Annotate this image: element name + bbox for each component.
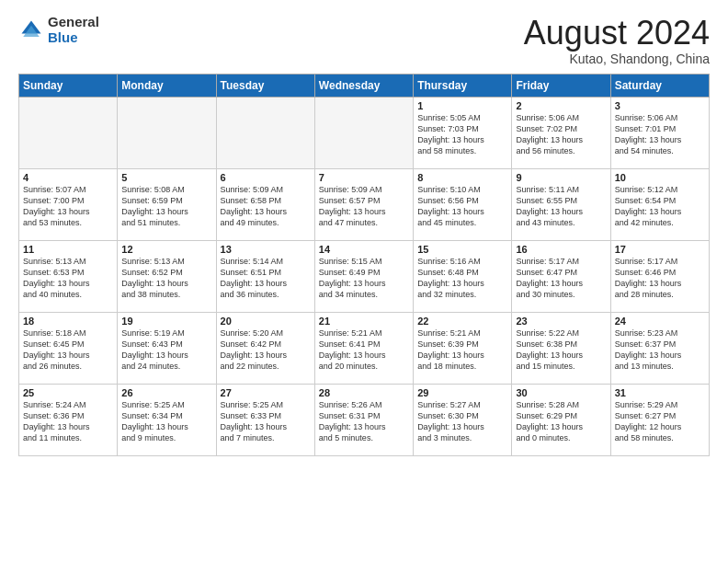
cell-line: and 3 minutes. [417, 433, 472, 442]
cell-line: Sunset: 6:39 PM [417, 339, 479, 349]
cell-line: Daylight: 13 hours [516, 279, 583, 288]
cell-line: Sunrise: 5:16 AM [417, 257, 481, 266]
cell-line: Sunset: 6:42 PM [221, 339, 282, 349]
cell-line: and 32 minutes. [417, 290, 476, 299]
cell-line: and 5 minutes. [319, 433, 373, 442]
cell-line: and 18 minutes. [417, 362, 476, 371]
table-row: 28Sunrise: 5:26 AMSunset: 6:31 PMDayligh… [314, 384, 413, 455]
cell-line: and 22 minutes. [221, 362, 279, 371]
cell-line: Sunset: 6:58 PM [221, 196, 282, 205]
cell-info: Sunrise: 5:13 AMSunset: 6:52 PMDaylight:… [121, 256, 211, 301]
table-row: 17Sunrise: 5:17 AMSunset: 6:46 PMDayligh… [610, 240, 709, 312]
cell-line: Daylight: 13 hours [615, 135, 682, 144]
day-number: 30 [516, 387, 606, 398]
day-number: 31 [615, 387, 705, 398]
table-row: 31Sunrise: 5:29 AMSunset: 6:27 PMDayligh… [610, 384, 709, 455]
cell-info: Sunrise: 5:27 AMSunset: 6:30 PMDaylight:… [417, 399, 507, 444]
cell-info: Sunrise: 5:08 AMSunset: 6:59 PMDaylight:… [121, 184, 211, 229]
cell-line: Sunrise: 5:13 AM [23, 257, 86, 266]
cell-line: Daylight: 13 hours [121, 422, 188, 431]
cell-line: and 13 minutes. [615, 362, 674, 371]
cell-line: Sunrise: 5:28 AM [516, 400, 579, 409]
day-number: 25 [23, 387, 113, 398]
header: General Blue August 2024 Kutao, Shandong… [18, 15, 710, 66]
cell-info: Sunrise: 5:15 AMSunset: 6:49 PMDaylight:… [319, 256, 409, 301]
table-row: 3Sunrise: 5:06 AMSunset: 7:01 PMDaylight… [610, 97, 709, 168]
cell-line: Sunset: 7:01 PM [615, 124, 677, 133]
cell-info: Sunrise: 5:29 AMSunset: 6:27 PMDaylight:… [615, 399, 705, 444]
cell-line: and 34 minutes. [319, 290, 378, 299]
day-number: 20 [221, 316, 311, 327]
cell-line: and 54 minutes. [615, 146, 674, 155]
cell-line: Sunset: 7:00 PM [23, 196, 85, 205]
cell-line: Sunrise: 5:09 AM [319, 185, 382, 194]
day-number: 15 [417, 244, 507, 255]
day-number: 1 [417, 100, 507, 111]
cell-line: and 51 minutes. [121, 218, 180, 227]
cell-info: Sunrise: 5:24 AMSunset: 6:36 PMDaylight:… [23, 399, 113, 444]
cell-line: and 26 minutes. [23, 362, 82, 371]
day-number: 3 [615, 100, 705, 111]
cell-line: Sunrise: 5:11 AM [516, 185, 579, 194]
header-thursday: Thursday [414, 74, 512, 97]
cell-line: Sunrise: 5:19 AM [121, 328, 185, 338]
cell-line: Daylight: 13 hours [121, 350, 188, 360]
cell-line: Daylight: 13 hours [23, 350, 90, 360]
header-monday: Monday [118, 74, 216, 97]
cell-info: Sunrise: 5:14 AMSunset: 6:51 PMDaylight:… [221, 256, 311, 301]
cell-line: Sunset: 6:33 PM [221, 411, 282, 420]
cell-line: Sunset: 6:56 PM [417, 196, 479, 205]
cell-info: Sunrise: 5:19 AMSunset: 6:43 PMDaylight:… [121, 327, 211, 373]
table-row [314, 97, 413, 168]
day-number: 6 [221, 172, 311, 183]
day-number: 13 [221, 244, 311, 255]
cell-info: Sunrise: 5:09 AMSunset: 6:57 PMDaylight:… [319, 184, 409, 229]
table-row [19, 97, 118, 168]
cell-info: Sunrise: 5:10 AMSunset: 6:56 PMDaylight:… [417, 184, 507, 229]
cell-line: Sunset: 6:46 PM [615, 268, 677, 277]
cell-line: Daylight: 13 hours [23, 422, 90, 431]
table-row: 25Sunrise: 5:24 AMSunset: 6:36 PMDayligh… [19, 384, 118, 455]
table-row: 20Sunrise: 5:20 AMSunset: 6:42 PMDayligh… [216, 312, 314, 384]
cell-line: Daylight: 12 hours [615, 422, 682, 431]
calendar-week-row: 1Sunrise: 5:05 AMSunset: 7:03 PMDaylight… [19, 97, 710, 168]
day-number: 19 [121, 316, 211, 327]
cell-line: Sunrise: 5:08 AM [121, 185, 185, 194]
table-row: 24Sunrise: 5:23 AMSunset: 6:37 PMDayligh… [610, 312, 709, 384]
table-row: 6Sunrise: 5:09 AMSunset: 6:58 PMDaylight… [216, 168, 314, 240]
cell-line: and 58 minutes. [615, 433, 674, 442]
cell-line: Sunrise: 5:27 AM [417, 400, 481, 409]
cell-info: Sunrise: 5:22 AMSunset: 6:38 PMDaylight:… [516, 327, 606, 373]
table-row: 29Sunrise: 5:27 AMSunset: 6:30 PMDayligh… [414, 384, 512, 455]
calendar-header-row: Sunday Monday Tuesday Wednesday Thursday… [19, 74, 710, 97]
cell-line: and 56 minutes. [516, 146, 574, 155]
cell-line: and 30 minutes. [516, 290, 574, 299]
cell-info: Sunrise: 5:18 AMSunset: 6:45 PMDaylight:… [23, 327, 113, 373]
day-number: 26 [121, 387, 211, 398]
cell-line: Daylight: 13 hours [516, 135, 583, 144]
cell-line: and 9 minutes. [121, 433, 176, 442]
cell-line: Sunrise: 5:24 AM [23, 400, 86, 409]
cell-line: Daylight: 13 hours [516, 207, 583, 216]
header-tuesday: Tuesday [216, 74, 314, 97]
cell-line: and 40 minutes. [23, 290, 82, 299]
cell-line: Sunset: 6:38 PM [516, 339, 577, 349]
location: Kutao, Shandong, China [524, 52, 710, 66]
cell-line: Sunset: 6:59 PM [121, 196, 183, 205]
cell-line: and 0 minutes. [516, 433, 570, 442]
cell-line: and 38 minutes. [121, 290, 180, 299]
day-number: 11 [23, 244, 113, 255]
month-title: August 2024 [524, 15, 710, 52]
cell-info: Sunrise: 5:09 AMSunset: 6:58 PMDaylight:… [221, 184, 311, 229]
table-row: 27Sunrise: 5:25 AMSunset: 6:33 PMDayligh… [216, 384, 314, 455]
cell-line: Sunrise: 5:17 AM [615, 257, 678, 266]
calendar-table: Sunday Monday Tuesday Wednesday Thursday… [18, 74, 710, 456]
day-number: 7 [319, 172, 409, 183]
cell-line: Daylight: 13 hours [319, 422, 386, 431]
cell-info: Sunrise: 5:06 AMSunset: 7:02 PMDaylight:… [516, 112, 606, 157]
cell-line: Sunrise: 5:29 AM [615, 400, 678, 409]
cell-line: and 15 minutes. [516, 362, 574, 371]
cell-info: Sunrise: 5:06 AMSunset: 7:01 PMDaylight:… [615, 112, 705, 157]
cell-line: Sunrise: 5:06 AM [516, 113, 579, 122]
cell-info: Sunrise: 5:26 AMSunset: 6:31 PMDaylight:… [319, 399, 409, 444]
